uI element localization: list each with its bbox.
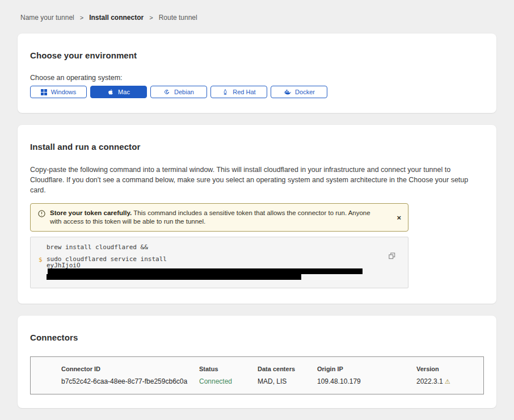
data-centers-value: MAD, LIS: [258, 377, 317, 385]
breadcrumb: Name your tunnel > Install connector > R…: [0, 0, 514, 22]
os-button-group: Windows Mac Debian: [30, 86, 484, 98]
connector-id-value: b7c52c42-6caa-48ee-8c77-fbe259cb6c0a: [61, 377, 199, 385]
os-button-label: Mac: [118, 89, 130, 95]
apple-icon: [107, 89, 114, 95]
os-button-label: Debian: [174, 89, 194, 95]
os-button-mac[interactable]: Mac: [90, 86, 147, 98]
breadcrumb-install-connector[interactable]: Install connector: [89, 14, 144, 22]
alert-circle-icon: [38, 209, 45, 220]
os-button-label: Windows: [51, 89, 77, 95]
origin-ip-value: 109.48.10.179: [317, 377, 416, 385]
version-value: 2022.3.1 ⚠: [416, 377, 479, 385]
shell-prompt: $: [39, 256, 47, 280]
status-badge: Connected: [199, 377, 258, 385]
copy-icon[interactable]: [389, 253, 395, 261]
os-button-label: Docker: [295, 89, 315, 95]
install-connector-card: Install and run a connector Copy-paste t…: [18, 125, 496, 304]
connectors-table-header: Connector ID Status Data centers Origin …: [61, 366, 483, 372]
breadcrumb-name-your-tunnel[interactable]: Name your tunnel: [20, 14, 74, 22]
column-header-origin-ip: Origin IP: [317, 366, 416, 372]
os-button-debian[interactable]: Debian: [150, 86, 207, 98]
os-button-redhat[interactable]: Red Hat: [210, 86, 267, 98]
redacted-token-bar: [48, 268, 363, 274]
connectors-card: Connectors Connector ID Status Data cent…: [18, 316, 496, 408]
close-icon[interactable]: ×: [397, 214, 401, 221]
column-header-status: Status: [199, 366, 258, 372]
environment-card: Choose your environment Choose an operat…: [18, 33, 496, 113]
code-line-1: brew install cloudflared &&: [47, 244, 148, 250]
breadcrumb-route-tunnel[interactable]: Route tunnel: [159, 14, 197, 22]
os-select-label: Choose an operating system:: [30, 74, 484, 82]
token-warning-text: Store your token carefully. This command…: [50, 209, 373, 226]
table-row: b7c52c42-6caa-48ee-8c77-fbe259cb6c0a Con…: [61, 377, 483, 385]
os-button-docker[interactable]: Docker: [271, 86, 327, 98]
environment-card-title: Choose your environment: [30, 51, 484, 60]
connectors-card-title: Connectors: [30, 333, 484, 342]
warning-triangle-icon: ⚠: [445, 378, 450, 385]
os-button-windows[interactable]: Windows: [30, 86, 87, 98]
token-warning-title: Store your token carefully.: [50, 209, 132, 216]
install-command-code-block[interactable]: brew install cloudflared && $ sudo cloud…: [30, 237, 408, 288]
docker-icon: [283, 89, 291, 95]
install-card-title: Install and run a connector: [30, 142, 484, 152]
windows-icon: [41, 89, 47, 95]
column-header-data-centers: Data centers: [258, 366, 317, 372]
install-description: Copy-paste the following command into a …: [30, 165, 484, 195]
redhat-icon: [222, 89, 229, 95]
column-header-connector-id: Connector ID: [61, 366, 199, 372]
os-button-label: Red Hat: [233, 89, 255, 95]
redacted-token-bar: [47, 274, 301, 280]
debian-icon: [163, 89, 170, 95]
column-header-version: Version: [416, 366, 479, 372]
connectors-table: Connector ID Status Data centers Origin …: [30, 356, 484, 394]
breadcrumb-separator: >: [80, 14, 83, 21]
token-warning-banner: Store your token carefully. This command…: [30, 203, 408, 232]
breadcrumb-separator: >: [149, 14, 153, 21]
code-gutter: [39, 244, 47, 250]
